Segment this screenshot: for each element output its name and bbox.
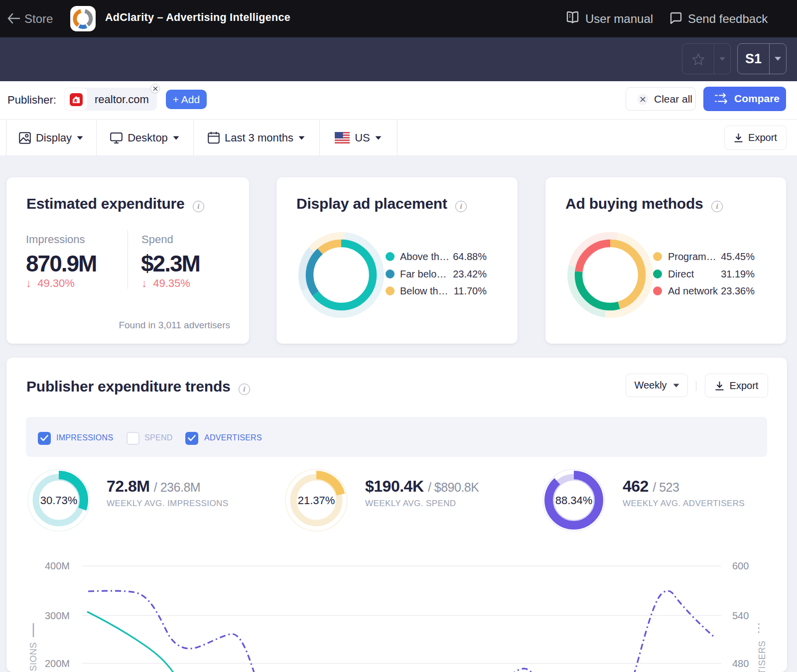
svg-text:600: 600 [732, 560, 749, 571]
svg-text:400M: 400M [45, 560, 70, 571]
svg-text:300M: 300M [45, 610, 70, 621]
svg-text:200M: 200M [45, 658, 70, 669]
svg-text:540: 540 [732, 610, 749, 621]
svg-text:480: 480 [732, 658, 749, 669]
svg-text:IMPRESSIONS: IMPRESSIONS [28, 642, 38, 672]
svg-text:ADVERTISERS: ADVERTISERS [757, 641, 767, 672]
